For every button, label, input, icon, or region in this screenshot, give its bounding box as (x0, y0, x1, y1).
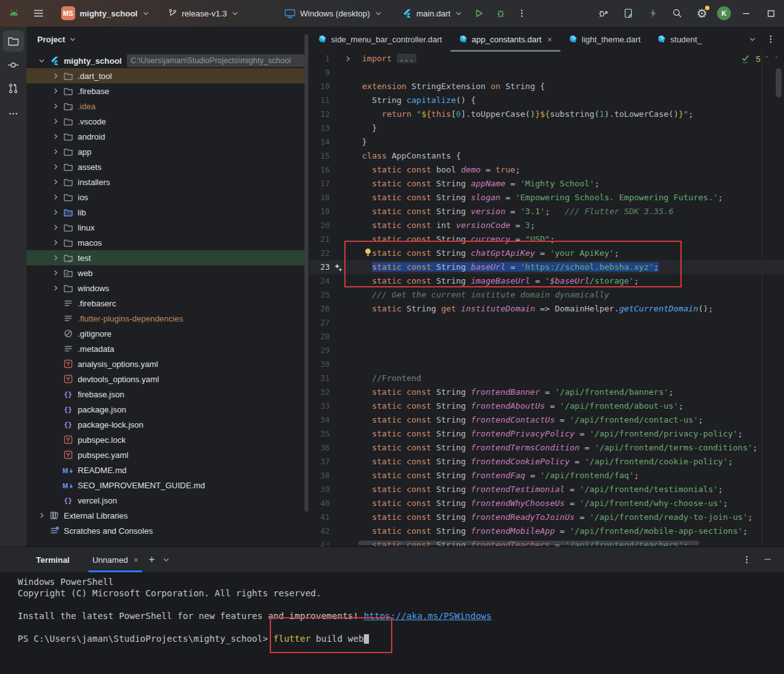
run-button[interactable] (469, 4, 488, 23)
chevron-right-icon[interactable] (49, 284, 62, 292)
tree-item-package-json[interactable]: {}package.json (27, 402, 305, 417)
tree-item-idea[interactable]: *.idea (27, 99, 305, 114)
sidebar-item-project[interactable] (3, 30, 24, 52)
device-manager-icon[interactable] (618, 4, 637, 23)
code-line-38[interactable]: 38 static const String frontendFaq = '/a… (310, 469, 784, 483)
line-number[interactable]: 33 (310, 399, 330, 413)
chevron-right-icon[interactable] (49, 117, 62, 125)
code-line-21[interactable]: 21 static const String currency = "USD"; (310, 232, 784, 246)
tree-item-analysis-options-yaml[interactable]: analysis_options.yaml (27, 356, 305, 371)
chevron-right-icon[interactable] (49, 254, 62, 262)
chevron-right-icon[interactable] (49, 193, 62, 201)
avatar[interactable]: K (717, 6, 731, 20)
tree-item-mighty-school[interactable]: mighty_schoolC:\Users\jaman\StudioProjec… (27, 53, 305, 68)
code-line-36[interactable]: 36 static const String frontendTermsCond… (310, 441, 784, 455)
code-line-24[interactable]: 24 static const String imageBaseUrl = '$… (310, 274, 784, 288)
tree-item-app[interactable]: app (27, 144, 305, 159)
editor-vertical-scrollbar[interactable] (776, 68, 781, 97)
tree-item-firebaserc[interactable]: .firebaserc (27, 296, 305, 311)
ai-sparkle-icon[interactable] (334, 263, 343, 272)
tree-item-windows[interactable]: windows (27, 280, 305, 296)
code-line-25[interactable]: 25 /// Get the current institute domain … (310, 288, 784, 302)
line-number[interactable]: 10 (310, 80, 330, 93)
next-problem-icon[interactable]: ˇ (775, 56, 778, 63)
tree-item-firebase[interactable]: .firebase (27, 83, 305, 99)
tree-item-firebase-json[interactable]: {}firebase.json (27, 387, 305, 402)
tree-item-external-libraries[interactable]: External Libraries (27, 508, 305, 523)
code-line-13[interactable]: 13 } (310, 121, 784, 135)
terminal-type-chevron-icon[interactable] (162, 556, 170, 563)
code-line-26[interactable]: 26 static String get instituteDomain => … (310, 302, 784, 316)
chevron-down-icon[interactable] (35, 57, 48, 64)
line-number[interactable]: 42 (310, 524, 330, 538)
line-number[interactable]: 23 (310, 260, 330, 274)
attach-debugger-icon[interactable] (594, 4, 613, 23)
tab-student[interactable]: student_ (649, 27, 710, 52)
code-line-14[interactable]: 14} (310, 135, 784, 149)
tree-item-metadata[interactable]: .metadata (27, 341, 305, 356)
lightbulb-icon[interactable] (364, 248, 372, 262)
line-number[interactable]: 21 (310, 232, 330, 246)
terminal-output[interactable]: Windows PowerShellCopyright (C) Microsof… (0, 572, 784, 644)
maximize-button[interactable] (761, 4, 780, 23)
chevron-right-icon[interactable] (49, 239, 62, 246)
tree-item-gitignore[interactable]: .gitignore (27, 326, 305, 341)
debug-button[interactable] (491, 4, 510, 23)
code-line-22[interactable]: 22 static const String chatGptApiKey = '… (310, 246, 784, 260)
chevron-right-icon[interactable] (49, 87, 62, 95)
close-icon[interactable]: × (547, 35, 552, 44)
chevron-right-icon[interactable] (49, 224, 62, 231)
tree-item-installers[interactable]: installers (27, 174, 305, 190)
line-number[interactable]: 1 (310, 52, 330, 66)
tab-light-theme-dart[interactable]: light_theme.dart (560, 27, 649, 52)
tree-item-vscode[interactable]: .vscode (27, 114, 305, 129)
run-configuration-selector[interactable]: main.dart (398, 6, 467, 21)
code-line-28[interactable]: 28 (310, 330, 784, 344)
line-number[interactable]: 37 (310, 455, 330, 469)
line-number[interactable]: 18 (310, 191, 330, 205)
line-number[interactable]: 16 (310, 163, 330, 177)
code-line-12[interactable]: 12 return "${this[0].toUpperCase()}${sub… (310, 107, 784, 121)
line-number[interactable]: 39 (310, 483, 330, 496)
line-number[interactable]: 34 (310, 413, 330, 427)
tree-item-linux[interactable]: linux (27, 220, 305, 235)
line-number[interactable]: 35 (310, 427, 330, 441)
vcs-branch-widget[interactable]: release-v1.3 (163, 6, 244, 21)
code-line-32[interactable]: 32 static const String frontendBanner = … (310, 385, 784, 399)
sidebar-item-more-tool-windows[interactable] (3, 103, 24, 124)
tree-item-vercel-json[interactable]: {}vercel.json (27, 493, 305, 508)
settings-button[interactable]: ⚙ (692, 4, 711, 23)
code-line-39[interactable]: 39 static const String frontendTestimoni… (310, 483, 784, 496)
fold-chevron-icon[interactable] (345, 56, 351, 62)
code-line-31[interactable]: 31 //Frontend (310, 371, 784, 385)
hot-reload-icon[interactable] (643, 4, 662, 23)
inspections-widget[interactable]: 5 ˆ ˇ (740, 54, 778, 64)
tree-item-flutter-plugins-dependencies[interactable]: .flutter-plugins-dependencies (27, 311, 305, 326)
hidden-tabs-chevron-icon[interactable] (749, 35, 756, 43)
new-terminal-button[interactable]: + (148, 553, 155, 566)
chevron-right-icon[interactable] (49, 208, 62, 216)
device-selector[interactable]: Windows (desktop) (280, 6, 387, 21)
code-line-18[interactable]: 18 static const String slogan = 'Empower… (310, 191, 784, 205)
chevron-right-icon[interactable] (49, 72, 62, 80)
tree-item-pubspec-lock[interactable]: pubspec.lock (27, 432, 305, 447)
line-number[interactable]: 28 (310, 330, 330, 344)
chevron-right-icon[interactable] (35, 512, 48, 519)
project-widget[interactable]: MS mighty_school (57, 4, 154, 23)
line-number[interactable]: 31 (310, 371, 330, 385)
line-number[interactable]: 38 (310, 469, 330, 483)
chevron-right-icon[interactable] (49, 148, 62, 155)
tree-item-macos[interactable]: macos (27, 235, 305, 250)
line-number[interactable]: 11 (310, 93, 330, 107)
line-number[interactable]: 13 (310, 121, 330, 135)
tree-item-assets[interactable]: assets (27, 159, 305, 174)
editor-options-icon[interactable] (766, 35, 775, 44)
code-line-41[interactable]: 41 static const String frontendReadyToJo… (310, 510, 784, 524)
code-line-10[interactable]: 10extension StringExtension on String { (310, 80, 784, 93)
tree-item-ios[interactable]: ios (27, 190, 305, 205)
sidebar-item-commit[interactable] (3, 54, 24, 76)
code-line-23[interactable]: 23 static const String baseUrl = 'https:… (310, 260, 784, 274)
terminal-tab[interactable]: Unnamed × (88, 547, 142, 572)
code-line-9[interactable]: 9 (310, 66, 784, 80)
chevron-right-icon[interactable] (49, 269, 62, 277)
